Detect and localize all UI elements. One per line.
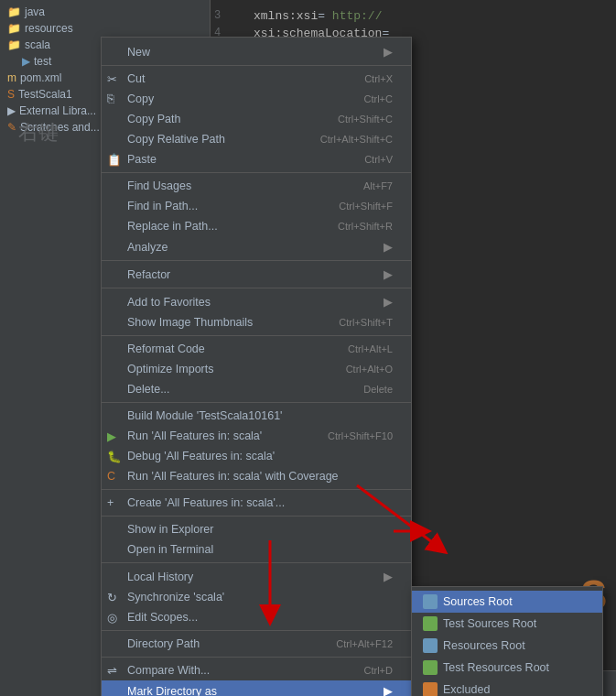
menu-item-localhistory[interactable]: Local History ▶: [102, 566, 411, 587]
separator: [102, 172, 411, 173]
separator: [102, 335, 411, 336]
menu-label-showthumbs: Show Image Thumbnails: [127, 316, 253, 329]
shortcut-replaceinpath: Ctrl+Shift+R: [338, 221, 393, 232]
submenu-arrow: ▶: [384, 570, 393, 583]
excluded-icon: [423, 682, 438, 696]
separator: [102, 516, 411, 517]
menu-item-dirpath[interactable]: Directory Path Ctrl+Alt+F12: [102, 634, 411, 654]
menu-item-copy[interactable]: ⎘ Copy Ctrl+C: [102, 89, 411, 109]
shortcut-reformat: Ctrl+Alt+L: [348, 343, 393, 354]
submenu-label-resources-root: Resources Root: [443, 639, 525, 652]
shortcut-delete: Delete: [363, 384, 393, 395]
menu-label-localhistory: Local History: [127, 571, 193, 583]
paste-icon: 📋: [107, 153, 122, 167]
menu-item-optimizeimports[interactable]: Optimize Imports Ctrl+Alt+O: [102, 359, 411, 379]
tree-label-java: java: [25, 5, 45, 18]
menu-label-showexplorer: Show in Explorer: [127, 523, 214, 536]
folder-icon: ▶: [7, 104, 16, 117]
separator: [102, 657, 411, 658]
menu-item-openterminal[interactable]: Open in Terminal: [102, 539, 411, 560]
menu-item-findinpath[interactable]: Find in Path... Ctrl+Shift+F: [102, 196, 411, 216]
separator: [102, 630, 411, 631]
menu-item-run[interactable]: ▶ Run 'All Features in: scala' Ctrl+Shif…: [102, 426, 411, 446]
menu-item-comparewith[interactable]: ⇌ Compare With... Ctrl+D: [102, 660, 411, 680]
menu-label-editscopes: Edit Scopes...: [127, 611, 198, 624]
menu-item-copypath[interactable]: Copy Path Ctrl+Shift+C: [102, 109, 411, 129]
tree-item-resources[interactable]: 📁 resources: [0, 20, 210, 37]
menu-item-build[interactable]: Build Module 'TestScala10161': [102, 406, 411, 426]
menu-label-openterminal: Open in Terminal: [127, 543, 213, 556]
submenu-item-test-resources-root[interactable]: Test Resources Root: [412, 657, 602, 679]
copy-icon: ⎘: [107, 92, 114, 105]
menu-label-build: Build Module 'TestScala10161': [127, 409, 282, 422]
shortcut-optimizeimports: Ctrl+Alt+O: [346, 364, 393, 375]
submenu-label-test-resources-root: Test Resources Root: [443, 661, 549, 674]
submenu-arrow: ▶: [384, 267, 393, 281]
menu-label-create: Create 'All Features in: scala'...: [127, 496, 285, 509]
menu-item-markdiras[interactable]: Mark Directory as ▶: [102, 680, 411, 696]
submenu-arrow: ▶: [384, 684, 393, 696]
tree-label-resources: resources: [25, 22, 73, 35]
menu-item-findusages[interactable]: Find Usages Alt+F7: [102, 176, 411, 196]
tree-item-java[interactable]: 📁 java: [0, 4, 210, 20]
menu-label-reformat: Reformat Code: [127, 343, 205, 355]
menu-label-findinpath: Find in Path...: [127, 200, 198, 212]
shortcut-copypath: Ctrl+Shift+C: [338, 114, 393, 125]
shortcut-dirpath: Ctrl+Alt+F12: [336, 638, 393, 649]
submenu-label-test-sources-root: Test Sources Root: [443, 617, 536, 630]
menu-item-new[interactable]: New ▶: [102, 41, 411, 62]
run-icon: ▶: [107, 430, 116, 443]
shortcut-findinpath: Ctrl+Shift+F: [339, 201, 393, 212]
menu-item-cut[interactable]: ✂ Cut Ctrl+X: [102, 69, 411, 89]
shortcut-run: Ctrl+Shift+F10: [328, 430, 393, 441]
submenu-item-resources-root[interactable]: Resources Root: [412, 635, 602, 657]
cut-icon: ✂: [107, 72, 117, 86]
menu-label-copy: Copy: [127, 92, 154, 105]
menu-item-paste[interactable]: 📋 Paste Ctrl+V: [102, 149, 411, 169]
menu-item-reformat[interactable]: Reformat Code Ctrl+Alt+L: [102, 339, 411, 359]
folder-icon: ✎: [7, 121, 16, 134]
menu-item-refactor[interactable]: Refactor ▶: [102, 264, 411, 285]
menu-label-findusages: Find Usages: [127, 179, 191, 192]
menu-label-analyze: Analyze: [127, 241, 168, 254]
menu-item-showthumbs[interactable]: Show Image Thumbnails Ctrl+Shift+T: [102, 312, 411, 332]
menu-item-create[interactable]: + Create 'All Features in: scala'...: [102, 493, 411, 513]
menu-item-synchronize[interactable]: ↻ Synchronize 'scala': [102, 587, 411, 607]
menu-label-dirpath: Directory Path: [127, 637, 200, 650]
submenu-label-excluded: Excluded: [443, 683, 490, 696]
menu-item-addtofav[interactable]: Add to Favorites ▶: [102, 291, 411, 312]
menu-label-addtofav: Add to Favorites: [127, 296, 211, 309]
menu-label-copyrelpath: Copy Relative Path: [127, 133, 225, 146]
menu-label-cut: Cut: [127, 72, 145, 85]
label-text: 右键: [18, 119, 59, 147]
menu-item-copyrelpath[interactable]: Copy Relative Path Ctrl+Alt+Shift+C: [102, 129, 411, 149]
tree-label-test: test: [34, 55, 51, 68]
menu-item-showexplorer[interactable]: Show in Explorer: [102, 519, 411, 539]
menu-label-synchronize: Synchronize 'scala': [127, 591, 224, 604]
debug-icon: 🐛: [107, 450, 122, 463]
separator: [102, 65, 411, 66]
menu-item-delete[interactable]: Delete... Delete: [102, 379, 411, 399]
submenu-item-test-sources-root[interactable]: Test Sources Root: [412, 613, 602, 635]
folder-icon: 📁: [7, 5, 21, 18]
menu-item-coverage[interactable]: C Run 'All Features in: scala' with Cove…: [102, 466, 411, 486]
tree-label-pom: pom.xml: [20, 71, 61, 84]
menu-item-editscopes[interactable]: ◎ Edit Scopes...: [102, 607, 411, 627]
menu-label-optimizeimports: Optimize Imports: [127, 363, 213, 375]
folder-icon: 📁: [7, 38, 21, 51]
menu-item-debug[interactable]: 🐛 Debug 'All Features in: scala': [102, 446, 411, 466]
submenu-item-sources-root[interactable]: Sources Root: [412, 591, 602, 613]
separator: [102, 562, 411, 563]
submenu-item-excluded[interactable]: Excluded: [412, 679, 602, 696]
menu-item-analyze[interactable]: Analyze ▶: [102, 236, 411, 257]
menu-label-run: Run 'All Features in: scala': [127, 430, 262, 442]
folder-icon: 📁: [7, 22, 21, 35]
submenu-arrow: ▶: [384, 295, 393, 309]
menu-label-replaceinpath: Replace in Path...: [127, 220, 218, 233]
menu-label-copypath: Copy Path: [127, 113, 180, 125]
submenu-arrow: ▶: [384, 45, 393, 59]
shortcut-paste: Ctrl+V: [364, 154, 393, 165]
shortcut-copyrelpath: Ctrl+Alt+Shift+C: [320, 134, 393, 145]
menu-item-replaceinpath[interactable]: Replace in Path... Ctrl+Shift+R: [102, 216, 411, 236]
test-resources-root-icon: [423, 660, 438, 675]
